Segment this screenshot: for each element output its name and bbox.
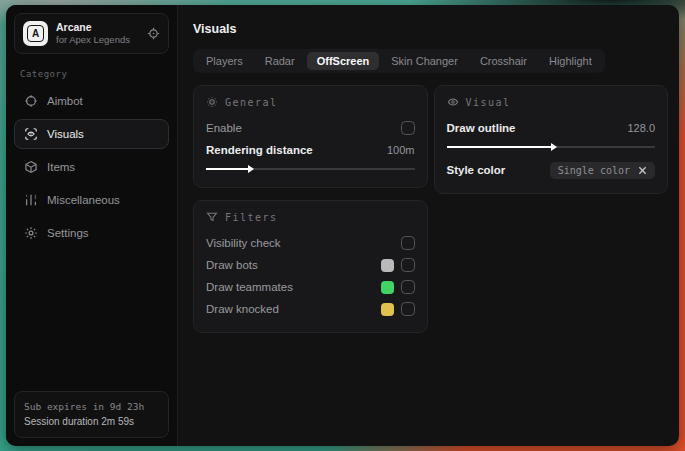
- draw-outline-label: Draw outline: [447, 122, 516, 134]
- sidebar-item-label: Settings: [47, 227, 89, 239]
- draw-teammates-controls: [381, 280, 415, 294]
- sidebar-item-settings[interactable]: Settings: [14, 218, 169, 248]
- sub-expires-text: Sub expires in 9d 23h: [24, 399, 159, 414]
- rendering-distance-value: 100m: [387, 144, 415, 156]
- sidebar-item-label: Visuals: [47, 128, 84, 140]
- app-logo: A: [23, 21, 48, 46]
- tab-players[interactable]: Players: [196, 52, 253, 70]
- visual-panel-header: Visual: [447, 96, 656, 108]
- sidebar-item-label: Miscellaneous: [47, 194, 120, 206]
- enable-label: Enable: [206, 122, 242, 134]
- draw-teammates-checkbox[interactable]: [401, 280, 415, 294]
- draw-bots-color-swatch[interactable]: [381, 259, 394, 272]
- draw-bots-checkbox[interactable]: [401, 258, 415, 272]
- filters-panel: Filters Visibility check Draw bots: [193, 200, 428, 333]
- draw-knocked-color-swatch[interactable]: [381, 303, 394, 316]
- main-content: Visuals Players Radar OffScreen Skin Cha…: [178, 5, 679, 446]
- enable-checkbox[interactable]: [401, 121, 415, 135]
- session-duration-text: Session duration 2m 59s: [24, 414, 159, 430]
- slider-fill: [206, 168, 248, 170]
- style-color-value: Single color: [558, 165, 630, 176]
- draw-bots-row: Draw bots: [206, 254, 415, 276]
- target-icon[interactable]: [147, 27, 160, 40]
- visibility-check-label: Visibility check: [206, 237, 281, 249]
- general-panel-title: General: [225, 97, 278, 108]
- tab-crosshair[interactable]: Crosshair: [470, 52, 537, 70]
- visual-panel-title: Visual: [466, 97, 511, 108]
- draw-knocked-controls: [381, 302, 415, 316]
- tab-offscreen[interactable]: OffScreen: [307, 52, 380, 70]
- draw-teammates-color-swatch[interactable]: [381, 281, 394, 294]
- desktop-background: A Arcane for Apex Legends Category: [0, 0, 685, 451]
- logo-letter: A: [27, 25, 44, 42]
- panels-area: General Enable Rendering distance 100m: [193, 85, 668, 333]
- app-name: Arcane: [56, 21, 139, 34]
- rendering-distance-row: Rendering distance 100m: [206, 139, 415, 161]
- tabbar: Players Radar OffScreen Skin Changer Cro…: [193, 49, 605, 73]
- app-subtitle: for Apex Legends: [56, 34, 139, 46]
- draw-knocked-label: Draw knocked: [206, 303, 279, 315]
- sidebar-item-label: Items: [47, 161, 75, 173]
- category-label: Category: [20, 69, 163, 79]
- draw-bots-label: Draw bots: [206, 259, 258, 271]
- left-column: General Enable Rendering distance 100m: [193, 85, 428, 333]
- style-color-select[interactable]: Single color: [550, 162, 655, 179]
- sidebar-item-aimbot[interactable]: Aimbot: [14, 86, 169, 116]
- gear-icon: [24, 226, 38, 240]
- rendering-distance-label: Rendering distance: [206, 144, 313, 156]
- cube-icon: [24, 160, 38, 174]
- draw-knocked-row: Draw knocked: [206, 298, 415, 320]
- bars-icon: [24, 193, 38, 207]
- session-card: Sub expires in 9d 23h Session duration 2…: [14, 391, 169, 438]
- draw-knocked-checkbox[interactable]: [401, 302, 415, 316]
- draw-outline-value: 128.0: [627, 122, 655, 134]
- general-panel: General Enable Rendering distance 100m: [193, 85, 428, 188]
- visibility-check-checkbox[interactable]: [401, 236, 415, 250]
- filters-panel-title: Filters: [225, 212, 278, 223]
- tab-radar[interactable]: Radar: [255, 52, 305, 70]
- draw-teammates-label: Draw teammates: [206, 281, 293, 293]
- sidebar-spacer: [14, 251, 169, 391]
- page-title: Visuals: [193, 22, 668, 36]
- sidebar-item-miscellaneous[interactable]: Miscellaneous: [14, 185, 169, 215]
- app-window: A Arcane for Apex Legends Category: [6, 5, 679, 446]
- brand-text: Arcane for Apex Legends: [56, 21, 139, 46]
- rendering-distance-slider[interactable]: [206, 163, 415, 175]
- sidebar: A Arcane for Apex Legends Category: [6, 5, 178, 446]
- general-panel-header: General: [206, 96, 415, 108]
- filters-panel-header: Filters: [206, 211, 415, 223]
- tab-skin-changer[interactable]: Skin Changer: [381, 52, 468, 70]
- slider-fill: [447, 146, 551, 148]
- scan-eye-icon: [24, 127, 38, 141]
- clear-icon[interactable]: [638, 166, 647, 175]
- eye-icon: [447, 96, 459, 108]
- visual-panel: Visual Draw outline 128.0 Style color: [434, 85, 669, 194]
- sun-gear-icon: [206, 96, 218, 108]
- tab-highlight[interactable]: Highlight: [539, 52, 602, 70]
- draw-outline-row: Draw outline 128.0: [447, 117, 656, 139]
- draw-outline-slider[interactable]: [447, 141, 656, 153]
- visibility-check-row: Visibility check: [206, 232, 415, 254]
- style-color-label: Style color: [447, 164, 506, 176]
- brand-card: A Arcane for Apex Legends: [14, 13, 169, 54]
- enable-row: Enable: [206, 117, 415, 139]
- crosshair-icon: [24, 94, 38, 108]
- sidebar-item-visuals[interactable]: Visuals: [14, 119, 169, 149]
- draw-bots-controls: [381, 258, 415, 272]
- sidebar-item-label: Aimbot: [47, 95, 83, 107]
- sidebar-item-items[interactable]: Items: [14, 152, 169, 182]
- draw-teammates-row: Draw teammates: [206, 276, 415, 298]
- style-color-row: Style color Single color: [447, 159, 656, 181]
- funnel-icon: [206, 211, 218, 223]
- right-column: Visual Draw outline 128.0 Style color: [434, 85, 669, 194]
